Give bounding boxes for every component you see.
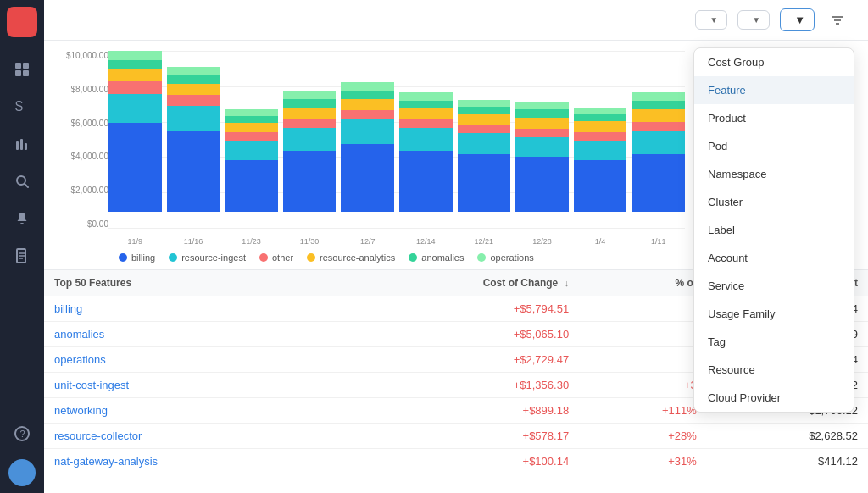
bar-group[interactable]	[225, 51, 278, 212]
x-axis-label: 12/7	[341, 237, 394, 246]
bar-segment-operations	[167, 67, 220, 75]
bar-segment-anomalies	[225, 116, 278, 123]
bar-segment-operations	[283, 91, 337, 99]
bar-segment-billing	[458, 154, 511, 212]
bar-segment-resource_analytics	[225, 123, 278, 132]
dropdown-item[interactable]: Feature	[694, 76, 854, 104]
bar-group[interactable]	[632, 51, 685, 212]
bar-segment-operations	[341, 82, 394, 91]
bar-segment-resource_analytics	[341, 99, 394, 110]
x-axis-label: 12/21	[458, 237, 511, 246]
bar-segment-billing	[341, 144, 394, 212]
bar-group[interactable]	[574, 51, 627, 212]
bar-group[interactable]	[341, 51, 394, 212]
cost-change: +$100.14	[332, 449, 580, 474]
sidebar-icon-file[interactable]	[7, 241, 37, 271]
dropdown-item[interactable]: Product	[694, 104, 854, 132]
legend-dot	[307, 253, 315, 262]
bar-segment-resource_ingest	[574, 141, 627, 160]
dropdown-item[interactable]: Namespace	[694, 160, 854, 188]
feature-name[interactable]: operations	[44, 347, 332, 373]
feature-name[interactable]: anomalies	[44, 322, 332, 347]
grid-line	[108, 228, 685, 229]
percent-change	[579, 296, 707, 322]
legend-label: resource-ingest	[181, 252, 246, 263]
feature-name[interactable]: unit-cost-ingest	[44, 373, 332, 398]
total-cost: $414.12	[707, 449, 868, 474]
percent-change	[579, 322, 707, 347]
dropdown-item[interactable]: Account	[694, 244, 854, 272]
bar-segment-other	[167, 95, 220, 106]
bar-segment-anomalies	[341, 91, 394, 99]
feature-name[interactable]: resource-collector	[44, 424, 332, 449]
bar-group[interactable]	[515, 51, 569, 212]
chevron-down-icon: ▼	[752, 15, 760, 25]
feature-name[interactable]: networking	[44, 398, 332, 424]
bar-segment-billing	[225, 160, 278, 212]
legend-item: other	[259, 252, 293, 263]
page-header: ▼ ▼ ▼	[44, 0, 868, 41]
svg-rect-2	[15, 70, 21, 76]
legend-item: anomalies	[409, 252, 464, 263]
bar-segment-billing	[399, 151, 453, 212]
bar-segment-billing	[167, 131, 220, 212]
dropdown-item[interactable]: Cluster	[694, 188, 854, 216]
bar-segment-anomalies	[399, 101, 453, 108]
user-avatar[interactable]	[8, 459, 36, 486]
feature-name[interactable]: billing	[44, 296, 332, 322]
svg-rect-6	[20, 139, 23, 150]
x-axis-label: 1/11	[632, 237, 685, 246]
total-cost: $2,628.52	[707, 424, 868, 449]
bar-segment-other	[574, 132, 627, 141]
col-header-percent: % of	[579, 270, 707, 296]
bar-segment-other	[399, 119, 453, 128]
dropdown-item[interactable]: Tag	[694, 328, 854, 356]
dropdown-item[interactable]: Cloud Provider	[694, 384, 854, 412]
bar-segment-operations	[632, 92, 685, 101]
percent-change: +28%	[579, 424, 707, 449]
y-axis-label: $2,000.00	[64, 186, 108, 195]
feature-name[interactable]: nat-gateway-analysis	[44, 449, 332, 474]
dropdown-item[interactable]: Label	[694, 216, 854, 244]
svg-rect-7	[25, 143, 27, 150]
bar-segment-operations	[515, 102, 569, 109]
date-range-select[interactable]: ▼	[695, 10, 727, 30]
sidebar-icon-bell[interactable]	[7, 203, 37, 234]
bar-group[interactable]	[283, 51, 337, 212]
frequency-select[interactable]: ▼	[737, 10, 770, 30]
filters-button[interactable]	[825, 10, 854, 30]
percent-change	[579, 347, 707, 373]
y-axis-label: $8,000.00	[64, 85, 108, 94]
group-by-select[interactable]: ▼	[780, 8, 815, 31]
cost-change: +$578.17	[332, 424, 580, 449]
dropdown-item[interactable]: Service	[694, 272, 854, 300]
chart-area: $0.00$2,000.00$4,000.00$6,000.00$8,000.0…	[44, 41, 868, 269]
dropdown-item[interactable]: Usage Family	[694, 300, 854, 328]
bar-group[interactable]	[167, 51, 220, 212]
x-axis-label: 11/23	[225, 237, 278, 246]
bar-segment-other	[341, 110, 394, 119]
bar-segment-billing	[574, 160, 627, 212]
bar-segment-resource_ingest	[341, 119, 394, 144]
dropdown-item[interactable]: Pod	[694, 132, 854, 160]
sidebar-icon-grid[interactable]	[7, 54, 37, 85]
bar-segment-other	[225, 132, 278, 141]
bar-segment-other	[283, 119, 337, 128]
col-header-name: Top 50 Features	[44, 270, 332, 296]
col-header-cost-change[interactable]: Cost of Change ↓	[332, 270, 580, 296]
bar-group[interactable]	[108, 51, 162, 212]
dropdown-item[interactable]: Resource	[694, 356, 854, 384]
bar-group[interactable]	[458, 51, 511, 212]
bar-segment-other	[632, 122, 685, 131]
sidebar-icon-analytics[interactable]	[7, 129, 37, 159]
cost-change: +$5,065.10	[332, 322, 580, 347]
dropdown-item[interactable]: Cost Group	[694, 48, 854, 76]
bar-group[interactable]	[399, 51, 453, 212]
sidebar-icon-search[interactable]	[7, 166, 37, 197]
sidebar-icon-cost[interactable]: $	[7, 91, 37, 122]
chart-bars	[108, 51, 685, 212]
legend-label: other	[272, 252, 293, 263]
legend-dot	[259, 253, 268, 262]
sidebar: $ ?	[0, 0, 44, 493]
sidebar-icon-help[interactable]: ?	[7, 418, 37, 449]
